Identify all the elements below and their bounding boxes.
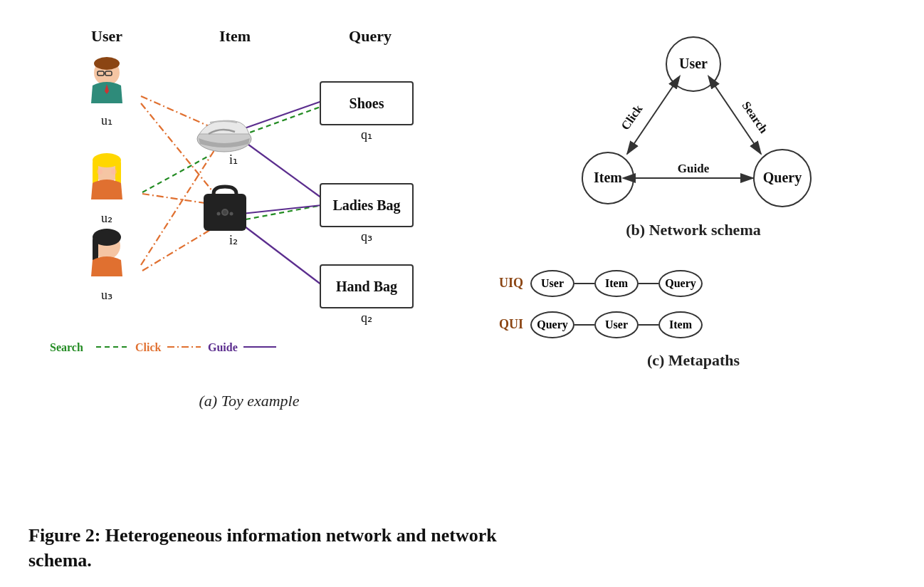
panel-right: User Item Query Click Search Guide (470, 14, 896, 511)
metapath-row-qui: QUI Query User Item (491, 311, 896, 338)
svg-point-16 (94, 57, 120, 70)
panel-a-title: (a) Toy example (28, 392, 470, 410)
svg-text:Shoes: Shoes (350, 95, 384, 111)
svg-text:u₂: u₂ (101, 211, 112, 225)
svg-line-8 (142, 224, 219, 271)
svg-text:User: User (679, 56, 708, 71)
panel-c: UIQ User Item Query QUI Query User (491, 263, 896, 511)
panel-b: User Item Query Click Search Guide (491, 14, 896, 263)
metapath-node-user-2: User (594, 311, 639, 338)
svg-line-11 (241, 101, 322, 130)
metapath-label-uiq: UIQ (491, 276, 523, 291)
svg-text:u₁: u₁ (101, 113, 112, 128)
main-container: User Item Query (0, 0, 924, 587)
svg-text:i₂: i₂ (229, 233, 238, 247)
svg-text:Query: Query (349, 27, 392, 45)
svg-point-37 (223, 210, 227, 214)
svg-text:User: User (91, 27, 122, 45)
metapath-node-item-1: Item (594, 270, 639, 297)
svg-text:u₃: u₃ (101, 288, 112, 302)
svg-point-38 (217, 212, 221, 216)
svg-line-6 (141, 96, 214, 128)
svg-line-14 (242, 224, 322, 285)
svg-text:i₁: i₁ (229, 152, 238, 167)
figure-caption: Figure 2: Heterogeneous information netw… (28, 511, 527, 573)
svg-point-39 (230, 212, 233, 216)
svg-text:Item: Item (219, 27, 251, 45)
svg-line-9 (141, 103, 219, 199)
svg-text:Item: Item (594, 170, 622, 185)
svg-text:Hand Bag: Hand Bag (336, 279, 397, 295)
panel-a: User Item Query (28, 14, 470, 511)
panel-b-title: (b) Network schema (491, 221, 896, 239)
svg-point-27 (111, 169, 117, 175)
svg-text:q₃: q₃ (361, 229, 372, 244)
toy-example-diagram: User Item Query (43, 14, 456, 385)
svg-text:Click: Click (135, 341, 162, 353)
svg-text:Guide: Guide (678, 162, 710, 175)
svg-line-3 (142, 155, 210, 192)
metapath-line-1 (574, 283, 594, 284)
svg-text:q₁: q₁ (361, 128, 372, 142)
metapath-label-qui: QUI (491, 317, 523, 332)
svg-text:q₂: q₂ (361, 311, 372, 325)
svg-line-12 (241, 139, 322, 198)
metapath-node-query-2: Query (530, 311, 574, 338)
svg-text:Query: Query (763, 170, 802, 186)
metapaths-container: UIQ User Item Query QUI Query User (491, 263, 896, 338)
metapath-node-item-2: Item (658, 311, 703, 338)
svg-text:Search: Search (50, 341, 83, 353)
metapath-line-4 (639, 324, 658, 326)
metapath-line-2 (639, 283, 658, 284)
svg-line-4 (242, 107, 320, 135)
metapath-node-query-1: Query (658, 270, 703, 297)
svg-text:Guide: Guide (208, 341, 238, 353)
panel-c-title: (c) Metapaths (491, 351, 896, 370)
metapath-line-3 (574, 324, 594, 326)
svg-text:Click: Click (619, 102, 646, 133)
diagrams-row: User Item Query (28, 14, 896, 511)
svg-text:Ladies Bag: Ladies Bag (332, 197, 400, 214)
metapath-node-user-1: User (530, 270, 574, 297)
svg-point-26 (97, 169, 103, 175)
svg-text:Search: Search (739, 99, 770, 136)
metapath-row-uiq: UIQ User Item Query (491, 270, 896, 297)
